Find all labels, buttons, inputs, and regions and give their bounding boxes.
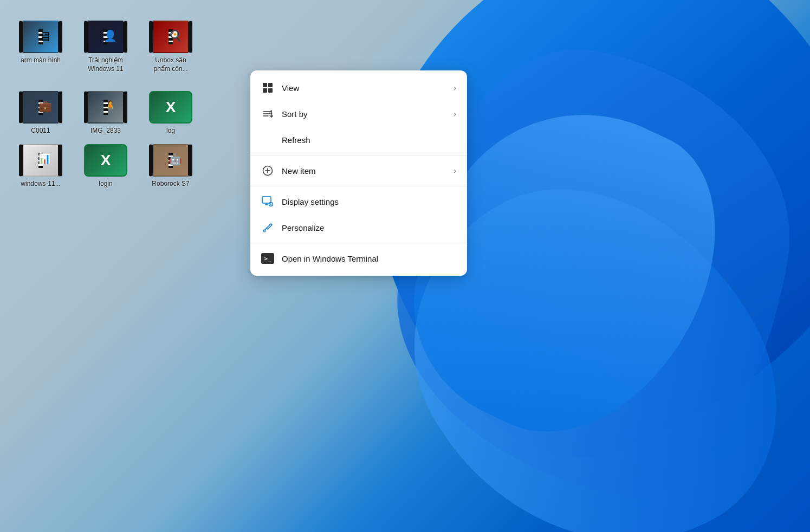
paint-brush-icon <box>261 221 274 234</box>
menu-divider-2 <box>250 186 467 186</box>
context-menu-refresh-label: Refresh <box>282 135 456 145</box>
icon-grid: arm màn hình Trải nghiệmWindows 11 Unbox… <box>5 11 222 198</box>
icon-label: windows-11... <box>21 180 60 189</box>
icon-label: Unbox sảnphẩm côn... <box>153 56 187 73</box>
icon-label: IMG_2833 <box>90 127 121 135</box>
desktop-icon-img2833[interactable]: IMG_2833 <box>76 87 135 140</box>
desktop: arm màn hình Trải nghiệmWindows 11 Unbox… <box>0 0 810 532</box>
desktop-icon-windows11login[interactable]: windows-11... <box>11 140 70 193</box>
context-menu-new-label: New item <box>282 166 446 176</box>
svg-point-10 <box>270 204 271 205</box>
icon-thumbnail <box>149 144 192 177</box>
desktop-icon-arm-man-hinh[interactable]: arm màn hình <box>11 16 70 87</box>
context-menu-view-label: View <box>282 83 446 93</box>
context-menu-item-sort[interactable]: Sort by › <box>250 101 467 127</box>
refresh-icon <box>261 133 274 146</box>
chevron-right-icon: › <box>453 83 456 92</box>
icon-label: login <box>99 180 112 189</box>
excel-icon: X <box>149 91 192 124</box>
context-menu-sort-label: Sort by <box>282 109 446 119</box>
terminal-icon-box: >_ <box>261 253 274 264</box>
desktop-icon-c0011[interactable]: C0011 <box>11 87 70 140</box>
context-menu-item-new[interactable]: New item › <box>250 158 467 184</box>
context-menu-display-label: Display settings <box>282 197 456 206</box>
context-menu-terminal-label: Open in Windows Terminal <box>282 254 456 263</box>
menu-divider-3 <box>250 243 467 243</box>
icon-thumbnail <box>84 91 127 124</box>
view-icon <box>261 81 274 94</box>
icon-thumbnail <box>84 21 127 53</box>
excel-icon: X <box>84 144 127 177</box>
icon-thumbnail <box>19 144 62 177</box>
chevron-right-icon: › <box>453 109 456 118</box>
icon-thumbnail <box>19 21 62 53</box>
icon-thumbnail <box>19 91 62 124</box>
terminal-icon: >_ <box>261 252 274 265</box>
sort-icon <box>261 107 274 120</box>
icon-thumbnail: X <box>149 91 192 124</box>
context-menu-item-display[interactable]: Display settings <box>250 189 467 215</box>
context-menu-item-personalize[interactable]: Personalize <box>250 215 467 241</box>
display-settings-icon <box>261 195 274 208</box>
desktop-icon-log[interactable]: X log <box>141 87 200 140</box>
context-menu-item-terminal[interactable]: >_ Open in Windows Terminal <box>250 245 467 271</box>
icon-label: Roborock S7 <box>152 180 189 189</box>
icon-thumbnail: X <box>84 144 127 177</box>
menu-divider-1 <box>250 155 467 155</box>
svg-rect-6 <box>262 197 271 203</box>
icon-thumbnail <box>149 21 192 53</box>
desktop-icon-login[interactable]: X login <box>76 140 135 193</box>
icon-label: arm màn hình <box>21 56 61 65</box>
context-menu: View › Sort by › Refresh <box>250 70 467 276</box>
plus-circle-icon <box>261 164 274 177</box>
desktop-icon-trai-nghiem[interactable]: Trải nghiệmWindows 11 <box>76 16 135 87</box>
desktop-icons-area: arm màn hình Trải nghiệmWindows 11 Unbox… <box>0 0 228 532</box>
context-menu-personalize-label: Personalize <box>282 223 456 232</box>
icon-label: Trải nghiệmWindows 11 <box>88 56 123 73</box>
icon-label: C0011 <box>31 127 50 135</box>
desktop-icon-unbox[interactable]: Unbox sảnphẩm côn... <box>141 16 200 87</box>
chevron-right-icon: › <box>453 166 456 175</box>
context-menu-item-refresh[interactable]: Refresh <box>250 127 467 153</box>
context-menu-item-view[interactable]: View › <box>250 75 467 101</box>
icon-label: log <box>166 127 175 135</box>
desktop-icon-roborock[interactable]: Roborock S7 <box>141 140 200 193</box>
